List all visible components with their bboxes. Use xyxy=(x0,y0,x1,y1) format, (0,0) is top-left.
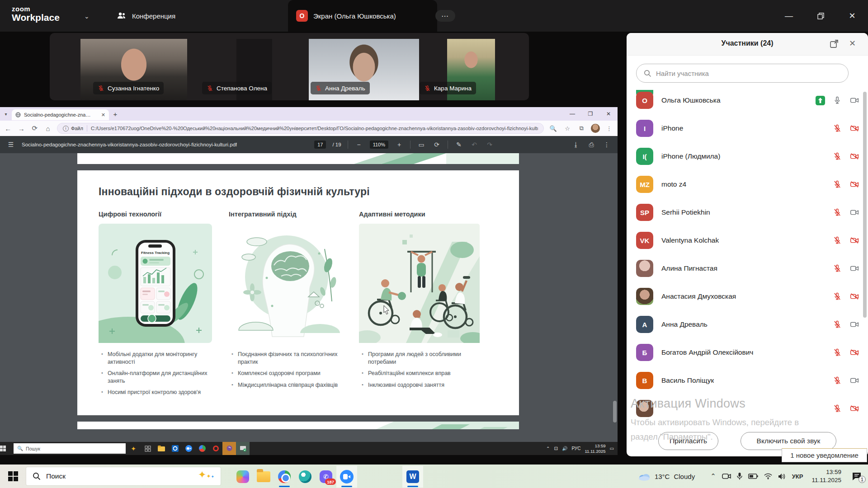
mic-off-icon[interactable] xyxy=(833,236,842,245)
tab-close-icon[interactable]: ✕ xyxy=(101,112,105,118)
taskbar-shell-icon[interactable] xyxy=(295,466,316,488)
mic-off-icon[interactable] xyxy=(833,292,842,301)
participant-row[interactable]: Анастасия Дмуховская xyxy=(627,282,868,310)
annotate-icon[interactable]: ✎ xyxy=(454,141,463,148)
notification-center-icon[interactable]: 1 xyxy=(852,472,862,481)
participant-row[interactable]: MZmoto z4 xyxy=(627,170,868,198)
notification-icon[interactable]: ▭ xyxy=(610,446,614,451)
language-indicator[interactable]: УКР xyxy=(792,473,803,480)
side-panel-icon[interactable]: ⧉ xyxy=(577,125,586,132)
invite-button[interactable]: Пригласить xyxy=(658,432,718,450)
participant-row[interactable]: І(iPhone (Людмила) xyxy=(627,142,868,170)
camera-off-icon[interactable] xyxy=(849,348,860,357)
back-icon[interactable]: ← xyxy=(4,125,12,132)
taskbar-viber-icon[interactable]: ✆187 xyxy=(316,466,336,488)
taskbar-chrome-icon[interactable] xyxy=(274,466,295,488)
mic-off-icon[interactable] xyxy=(833,180,842,189)
forward-icon[interactable]: → xyxy=(17,125,25,132)
participant-search-input[interactable]: Найти участника xyxy=(636,64,849,83)
tray-chevron-icon[interactable]: ⌃ xyxy=(546,446,550,451)
panel-close-icon[interactable]: ✕ xyxy=(849,38,856,48)
close-button[interactable]: ✕ xyxy=(836,0,868,32)
wifi-icon[interactable] xyxy=(764,473,772,479)
rotate-icon[interactable]: ⟳ xyxy=(432,141,441,148)
clock[interactable]: 13:59 11.11.2025 xyxy=(585,443,605,454)
mic-off-icon[interactable] xyxy=(207,85,213,92)
address-bar[interactable]: iФайл C:/Users/e170672uog/OneDrive%20-%2… xyxy=(57,123,544,134)
mic-off-icon[interactable] xyxy=(833,208,842,217)
mic-off-icon[interactable] xyxy=(833,404,842,413)
clock[interactable]: 13:59 11.11.2025 xyxy=(811,468,841,484)
shared-start-button[interactable] xyxy=(0,446,14,451)
participant-row[interactable]: SPSerhii Potiekhin xyxy=(627,198,868,226)
browser-menu-icon[interactable]: ⋮ xyxy=(604,125,614,132)
participant-row[interactable]: ООльга Юшковська xyxy=(627,86,868,114)
mic-off-icon[interactable] xyxy=(315,85,322,92)
taskbar-copilot-icon[interactable] xyxy=(232,466,253,488)
taskbar-explorer-icon[interactable] xyxy=(253,466,274,488)
participant-list[interactable]: ООльга ЮшковськаIiPhoneІ(iPhone (Людмила… xyxy=(627,86,868,403)
participant-row[interactable]: Алина Пигнастая xyxy=(627,254,868,282)
home-icon[interactable]: ⌂ xyxy=(43,125,52,132)
camera-off-icon[interactable] xyxy=(849,292,860,301)
mic-on-icon[interactable] xyxy=(833,96,842,105)
browser-minimize-button[interactable]: — xyxy=(563,107,581,121)
tray-chevron-icon[interactable]: ⌃ xyxy=(710,472,716,480)
mic-off-icon[interactable] xyxy=(833,264,842,273)
browser-restore-button[interactable]: ❐ xyxy=(581,107,599,121)
mic-off-icon[interactable] xyxy=(833,348,842,357)
pdf-scrollbar[interactable] xyxy=(612,153,617,429)
mic-tray-icon[interactable] xyxy=(737,472,742,480)
taskbar-search-input[interactable]: Поиск ✦✦✦ xyxy=(26,467,221,485)
tab-meeting[interactable]: Конференция xyxy=(117,8,175,23)
participant-row[interactable]: VKValentyna Kolchak xyxy=(627,226,868,254)
mic-off-icon[interactable] xyxy=(833,320,842,329)
taskbar-word-icon[interactable]: W xyxy=(402,466,423,488)
undo-icon[interactable]: ↶ xyxy=(470,141,479,148)
new-tab-button[interactable]: + xyxy=(109,110,122,118)
mic-off-icon[interactable] xyxy=(424,85,431,92)
mic-off-icon[interactable] xyxy=(833,152,842,161)
browser-tab[interactable]: Socialno-pedagogichne-znache ✕ xyxy=(12,109,109,120)
viber-icon[interactable] xyxy=(222,442,236,455)
battery-icon[interactable] xyxy=(748,474,758,479)
camera-on-icon[interactable] xyxy=(849,264,860,273)
screenshare-app-icon[interactable] xyxy=(236,442,250,455)
more-options-button[interactable]: ⋯ xyxy=(435,10,455,22)
reload-icon[interactable]: ⟳ xyxy=(30,124,39,132)
zoom-in-icon[interactable]: + xyxy=(395,141,404,148)
restore-button[interactable] xyxy=(805,0,836,32)
participants-scrollbar[interactable] xyxy=(863,92,867,435)
camera-off-icon[interactable] xyxy=(849,152,860,161)
camera-tray-icon[interactable] xyxy=(722,473,731,480)
outlook-icon[interactable] xyxy=(168,442,182,455)
zoom-app-icon[interactable] xyxy=(182,442,195,455)
camera-off-icon[interactable] xyxy=(849,180,860,189)
download-icon[interactable]: ⭳ xyxy=(571,141,580,148)
start-button[interactable] xyxy=(0,471,26,481)
print-icon[interactable]: ⎙ xyxy=(587,141,596,149)
bookmark-star-icon[interactable]: ☆ xyxy=(562,125,572,132)
participant-row[interactable]: ВВасиль Поліщук xyxy=(627,366,868,394)
chevron-down-icon[interactable]: ⌄ xyxy=(84,13,90,19)
minimize-button[interactable]: — xyxy=(773,0,805,32)
zoom-out-icon[interactable]: − xyxy=(354,141,363,148)
cortana-sparkle-icon[interactable]: ✦ xyxy=(126,445,141,452)
camera-off-icon[interactable] xyxy=(849,124,860,133)
shared-search-box[interactable]: 🔍 Пошук xyxy=(14,443,126,454)
camera-on-icon[interactable] xyxy=(849,376,860,385)
mic-off-icon[interactable] xyxy=(98,85,104,92)
unmute-button[interactable]: Включить свой звук xyxy=(741,432,836,450)
camera-on-icon[interactable] xyxy=(849,208,860,217)
page-number-input[interactable]: 17 xyxy=(314,141,326,149)
participant-row[interactable] xyxy=(627,394,868,422)
participant-row[interactable]: IiPhone xyxy=(627,114,868,142)
redo-icon[interactable]: ↷ xyxy=(485,141,494,148)
task-view-icon[interactable] xyxy=(141,442,155,455)
network-icon[interactable]: ⊡ xyxy=(554,446,558,451)
tab-search-chevron-icon[interactable]: ▾ xyxy=(0,112,12,117)
language-indicator[interactable]: РУС xyxy=(571,446,580,451)
pdf-more-icon[interactable]: ⋮ xyxy=(602,141,611,148)
browser-profile-avatar[interactable] xyxy=(591,124,599,133)
fit-page-icon[interactable]: ▭ xyxy=(417,141,426,148)
